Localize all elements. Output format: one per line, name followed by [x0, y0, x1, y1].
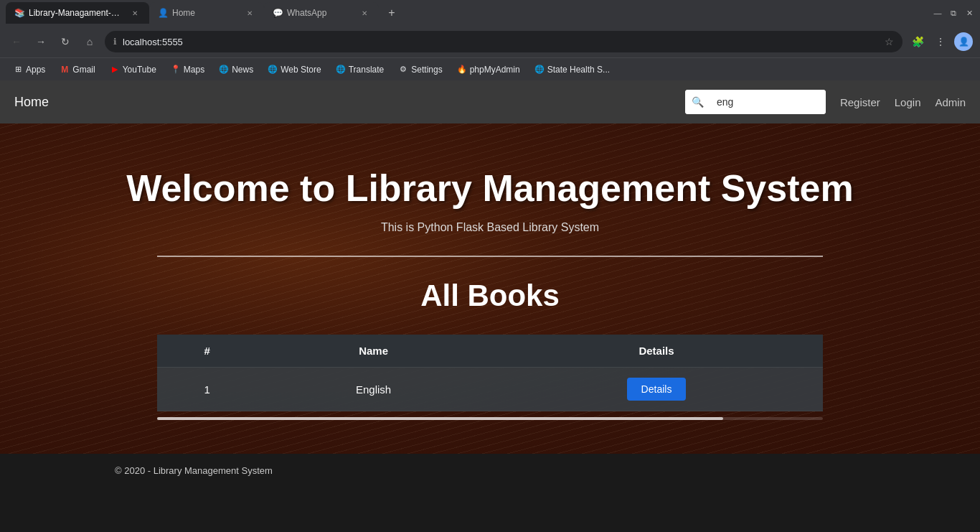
tab-close-home[interactable]: ✕ [244, 7, 255, 19]
hero-subtitle: This is Python Flask Based Library Syste… [74, 221, 906, 234]
admin-link[interactable]: Admin [935, 96, 966, 108]
search-button[interactable]: 🔍 [685, 90, 711, 114]
bookmark-youtube[interactable]: ▶ YouTube [104, 61, 162, 78]
hero-divider [157, 256, 823, 257]
tab-whatsapp[interactable]: 💬 WhatsApp ✕ [264, 2, 379, 24]
details-button[interactable]: Details [627, 378, 687, 401]
bookmark-star-icon[interactable]: ☆ [885, 36, 894, 47]
tab-title-library: Library-Managament-Syst [29, 8, 125, 18]
hero-section: Welcome to Library Management System Thi… [0, 123, 980, 454]
tab-library[interactable]: 📚 Library-Managament-Syst ✕ [6, 2, 149, 24]
tab-favicon-whatsapp: 💬 [273, 8, 283, 18]
address-bar: ← → ↻ ⌂ ℹ ☆ 🧩 ⋮ 👤 [0, 26, 980, 57]
bookmark-webstore-label: Web Store [281, 65, 321, 75]
table-header-row: # Name Details [157, 335, 823, 368]
bookmark-apps-label: Apps [26, 65, 45, 75]
books-section-title: All Books [74, 279, 906, 313]
site-navbar: Home 🔍 Register Login Admin [0, 80, 980, 123]
browser-toolbar: 🧩 ⋮ 👤 [908, 32, 973, 51]
bookmark-statehealth-label: State Health S... [547, 65, 610, 75]
tab-favicon-home: 👤 [158, 8, 168, 18]
statehealth-favicon: 🌐 [534, 65, 545, 75]
reload-button[interactable]: ↻ [56, 32, 75, 51]
bookmark-apps[interactable]: ⊞ Apps [7, 61, 51, 78]
new-tab-button[interactable]: + [382, 3, 402, 23]
webstore-favicon: 🌐 [268, 65, 278, 75]
bookmark-translate-label: Translate [349, 65, 385, 75]
translate-favicon: 🌐 [336, 65, 346, 75]
bookmark-news-label: News [232, 65, 253, 75]
bookmark-news[interactable]: 🌐 News [213, 61, 259, 78]
site-brand[interactable]: Home [14, 95, 49, 110]
tab-favicon-library: 📚 [14, 8, 24, 18]
col-header-name: Name [257, 335, 490, 368]
tab-title-home: Home [172, 8, 240, 18]
website-content: Home 🔍 Register Login Admin Welcome to L… [0, 80, 980, 515]
register-link[interactable]: Register [840, 96, 880, 108]
apps-favicon: ⊞ [13, 65, 23, 75]
col-header-id: # [157, 335, 257, 368]
table-row: 1 English Details [157, 368, 823, 411]
scroll-indicator [157, 417, 823, 420]
books-table: # Name Details 1 English Details [157, 335, 823, 411]
bookmark-maps[interactable]: 📍 Maps [165, 61, 210, 78]
col-header-details: Details [490, 335, 823, 368]
settings-favicon: ⚙ [398, 65, 408, 75]
home-button[interactable]: ⌂ [80, 32, 99, 51]
table-header: # Name Details [157, 335, 823, 368]
book-name: English [257, 368, 490, 411]
youtube-favicon: ▶ [110, 65, 120, 75]
extensions-button[interactable]: 🧩 [908, 32, 927, 51]
bookmark-phpmyadmin-label: phpMyAdmin [470, 65, 520, 75]
bookmark-statehealth[interactable]: 🌐 State Health S... [529, 61, 616, 78]
tab-home[interactable]: 👤 Home ✕ [149, 2, 264, 24]
forward-button[interactable]: → [32, 32, 50, 51]
book-details-cell: Details [490, 368, 823, 411]
hero-title: Welcome to Library Management System [74, 167, 906, 210]
tab-close-library[interactable]: ✕ [129, 7, 141, 19]
maps-favicon: 📍 [171, 65, 181, 75]
secure-icon: ℹ [113, 37, 117, 47]
window-controls: — ⧉ ✕ [933, 8, 974, 18]
bookmark-translate[interactable]: 🌐 Translate [330, 61, 390, 78]
back-button[interactable]: ← [7, 32, 26, 51]
login-link[interactable]: Login [895, 96, 921, 108]
search-form: 🔍 [685, 90, 826, 114]
browser-chrome: 📚 Library-Managament-Syst ✕ 👤 Home ✕ 💬 W… [0, 0, 980, 80]
tab-title-whatsapp: WhatsApp [287, 8, 354, 18]
gmail-favicon: M [60, 65, 70, 75]
restore-button[interactable]: ⧉ [948, 8, 958, 18]
bookmark-webstore[interactable]: 🌐 Web Store [262, 61, 326, 78]
more-options-button[interactable]: ⋮ [931, 32, 950, 51]
tab-close-whatsapp[interactable]: ✕ [359, 7, 370, 19]
minimize-button[interactable]: — [933, 8, 943, 18]
table-body: 1 English Details [157, 368, 823, 411]
news-favicon: 🌐 [219, 65, 229, 75]
search-input[interactable] [711, 90, 826, 114]
bookmark-youtube-label: YouTube [123, 65, 156, 75]
bookmark-settings-label: Settings [411, 65, 442, 75]
bookmark-gmail-label: Gmail [72, 65, 95, 75]
bookmark-maps-label: Maps [184, 65, 204, 75]
scroll-thumb [157, 417, 723, 420]
url-bar[interactable]: ℹ ☆ [105, 31, 903, 52]
book-id: 1 [157, 368, 257, 411]
close-button[interactable]: ✕ [964, 8, 974, 18]
bookmark-phpmyadmin[interactable]: 🔥 phpMyAdmin [451, 61, 526, 78]
footer-text: © 2020 - Library Management System [115, 465, 273, 476]
books-table-container: # Name Details 1 English Details [157, 335, 823, 411]
nav-links: Register Login Admin [840, 96, 966, 108]
bookmarks-bar: ⊞ Apps M Gmail ▶ YouTube 📍 Maps 🌐 News 🌐… [0, 57, 980, 80]
bookmark-settings[interactable]: ⚙ Settings [392, 61, 448, 78]
url-input[interactable] [123, 37, 879, 47]
bookmark-gmail[interactable]: M Gmail [54, 61, 100, 78]
profile-button[interactable]: 👤 [954, 32, 973, 51]
site-footer: © 2020 - Library Management System [0, 454, 980, 487]
hero-content: Welcome to Library Management System Thi… [60, 167, 920, 420]
phpmyadmin-favicon: 🔥 [457, 65, 467, 75]
title-bar: 📚 Library-Managament-Syst ✕ 👤 Home ✕ 💬 W… [0, 0, 980, 26]
